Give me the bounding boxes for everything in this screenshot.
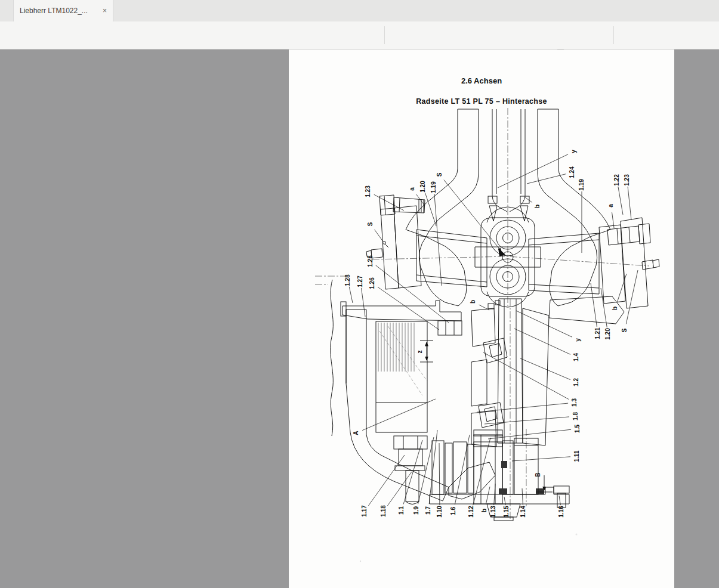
tab-bar: Liebherr LTM1022_... × [0,0,719,21]
part-label: 1.6 [450,507,456,515]
leader-line [522,488,523,505]
part-label: 1.5 [574,425,581,433]
part-label: z [416,351,423,354]
leader-line [362,288,366,317]
part-label: 1.26 [369,277,375,289]
axle-section-drawing: 1.23a1.201.19SS1.251.281.271.26y1.241.19… [289,49,674,588]
part-label: 1.8 [572,412,579,420]
part-label: 1.21 [594,327,601,339]
part-label: 1.2 [573,378,579,386]
part-label: 1.23 [365,185,371,197]
leader-line [486,487,490,504]
leader-line [628,187,631,220]
toolbar-separator-2 [613,26,614,44]
part-label: 1.28 [344,274,351,286]
part-label: 1.15 [503,506,510,518]
part-label: B [535,472,541,476]
diagram-callouts: 1.23a1.201.19SS1.251.281.271.26y1.241.19… [344,150,638,518]
leader-line [488,429,571,439]
leader-line [591,283,597,327]
leader-line [498,154,568,188]
drive-shaft [488,109,529,221]
leader-line [429,430,437,504]
part-label: 1.4 [573,353,579,361]
centerlines [315,108,649,521]
part-label: 1.12 [468,506,474,518]
part-label: 1.22 [613,174,620,186]
housing-walls [406,109,624,324]
part-label: S [621,328,628,332]
scan-speck [360,561,361,562]
part-label: S [367,222,374,226]
part-label: 1.18 [380,505,387,517]
part-label: 1.17 [361,505,368,517]
part-label: 1.10 [436,506,443,518]
part-label: y [570,150,577,153]
part-label: b [534,205,541,208]
part-label: b [470,300,476,304]
leader-line [434,194,442,286]
part-label: A [353,431,359,435]
hub-assembly [394,430,569,521]
leader-line [403,440,422,505]
part-label: 1.19 [578,179,585,191]
leader-line [439,443,440,505]
part-label: y [575,338,581,342]
part-label: 1.23 [624,174,630,186]
toolbar: / 436 71.1% [0,21,719,49]
leader-line [444,180,501,251]
leader-line [483,352,569,400]
leader-line [520,358,570,380]
part-label: 1.11 [573,450,580,462]
part-label: S [436,172,443,177]
part-label: 1.20 [604,328,611,340]
part-label: 1.25 [367,255,374,267]
part-label: 1.24 [569,166,575,178]
leader-line [618,187,623,215]
part-label: b [612,307,618,310]
section-arrow [498,248,505,256]
leader-line [349,287,353,303]
leader-line [512,457,570,461]
tab-close-icon[interactable]: × [103,7,107,14]
break-line [331,280,334,436]
part-label: 1.20 [419,181,426,193]
part-label: b [481,509,487,512]
part-label: 1.13 [490,506,496,518]
scan-speck [576,534,578,536]
part-label: 1.3 [571,398,578,407]
pdf-page: 2.6 Achsen Radseite LT 51 PL 75 – Hinter… [289,49,674,588]
part-label: 1.27 [357,276,363,287]
leader-line [525,197,532,203]
leader-line [527,174,566,184]
part-label: 1.9 [413,506,419,515]
document-canvas: 2.6 Achsen Radseite LT 51 PL 75 – Hinter… [0,49,719,588]
tab-title: Liebherr LTM1022_... [20,7,99,15]
part-label: 1.14 [520,506,526,518]
part-label: a [409,187,415,191]
leader-line [626,270,638,324]
part-label: 1.16 [558,506,564,518]
leader-line [378,287,439,330]
document-tab[interactable]: Liebherr LTM1022_... × [13,0,113,21]
right-knuckle [529,218,659,308]
part-label: 1.7 [425,506,431,515]
leader-line [368,455,405,506]
left-knuckle [366,195,487,289]
leader-line [376,265,449,323]
leader-line [601,288,607,327]
leader-line [485,417,569,424]
part-label: 1.19 [430,181,437,193]
part-label: 1.1 [398,506,405,515]
leader-line [362,399,436,431]
toolbar-separator [384,26,385,44]
part-label: a [607,204,614,208]
